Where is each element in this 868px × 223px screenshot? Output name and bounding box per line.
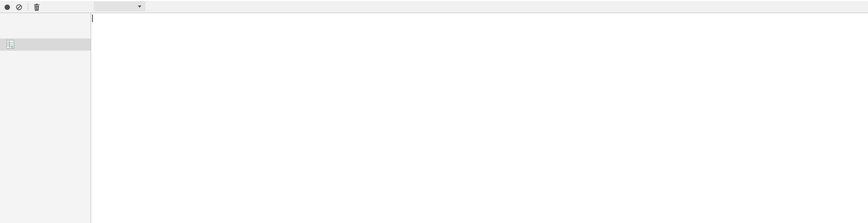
svg-text:%: % xyxy=(10,46,13,49)
overview-left-handle[interactable] xyxy=(92,14,93,22)
profile-document-icon: % xyxy=(6,40,15,49)
delete-profile-button[interactable] xyxy=(33,3,41,11)
clear-button[interactable] xyxy=(15,3,23,11)
flame-chart xyxy=(92,57,868,223)
view-mode-select[interactable] xyxy=(94,1,145,11)
sidebar: % xyxy=(0,13,91,223)
record-icon xyxy=(5,5,10,10)
block-icon xyxy=(15,3,23,11)
toolbar-separator xyxy=(28,3,28,10)
toolbar xyxy=(0,0,868,13)
trash-icon xyxy=(33,3,41,11)
sidebar-divider xyxy=(91,13,91,223)
chevron-down-icon xyxy=(138,5,141,8)
record-button[interactable] xyxy=(3,3,11,11)
flame-chart-ruler xyxy=(92,50,868,57)
sidebar-item-profile-1[interactable]: % xyxy=(0,38,91,51)
heap-profiler-panel: % xyxy=(0,0,868,223)
overview-area-chart xyxy=(92,14,868,50)
overview-timeline[interactable] xyxy=(92,14,868,50)
